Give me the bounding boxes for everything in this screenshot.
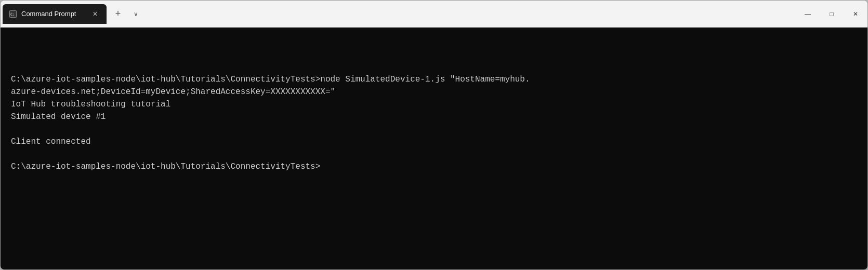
tab-icon: C:	[9, 10, 17, 18]
terminal-line: Client connected	[11, 136, 857, 148]
tab-close-button[interactable]: ✕	[90, 9, 100, 19]
active-tab[interactable]: C: Command Prompt ✕	[3, 4, 107, 24]
terminal-line: Simulated device #1	[11, 111, 857, 123]
terminal-window: C: Command Prompt ✕ + ∨ — □ ✕ C:\azure-i…	[0, 0, 868, 270]
title-bar: C: Command Prompt ✕ + ∨ — □ ✕	[1, 1, 867, 28]
terminal-line: C:\azure-iot-samples-node\iot-hub\Tutori…	[11, 73, 857, 86]
terminal-line	[11, 148, 857, 160]
tab-label: Command Prompt	[21, 10, 86, 18]
close-button[interactable]: ✕	[844, 1, 867, 27]
terminal-body[interactable]: C:\azure-iot-samples-node\iot-hub\Tutori…	[1, 28, 867, 269]
new-tab-button[interactable]: +	[110, 6, 126, 22]
window-controls: — □ ✕	[796, 1, 867, 27]
terminal-line	[11, 123, 857, 136]
svg-text:C:: C:	[10, 12, 15, 17]
tab-area: C: Command Prompt ✕ + ∨	[1, 1, 796, 27]
terminal-line: azure-devices.net;DeviceId=myDevice;Shar…	[11, 86, 857, 98]
cmd-icon: C:	[9, 10, 17, 18]
maximize-button[interactable]: □	[820, 1, 844, 27]
dropdown-button[interactable]: ∨	[127, 6, 144, 22]
minimize-button[interactable]: —	[796, 1, 820, 27]
terminal-line: C:\azure-iot-samples-node\iot-hub\Tutori…	[11, 160, 857, 173]
terminal-line: IoT Hub troubleshooting tutorial	[11, 98, 857, 111]
terminal-output: C:\azure-iot-samples-node\iot-hub\Tutori…	[11, 36, 857, 173]
